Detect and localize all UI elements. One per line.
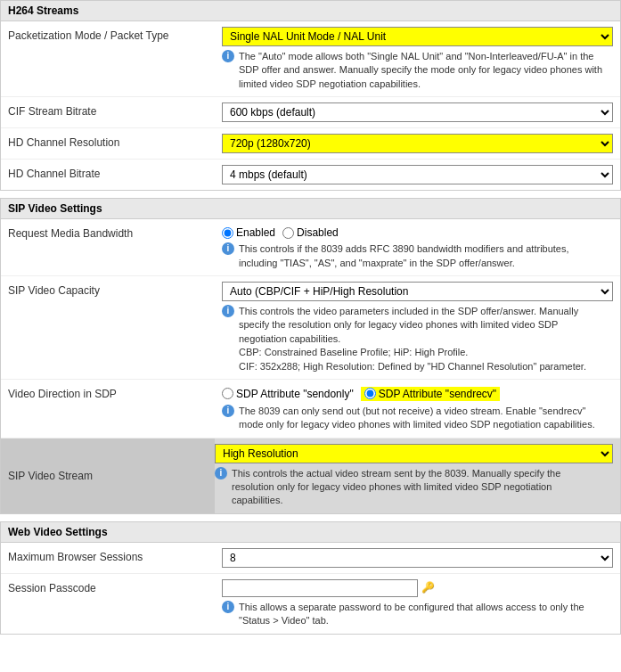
video-direction-info-text: The 8039 can only send out (but not rece… [239,405,604,432]
max-browser-sessions-select[interactable]: 8 4 16 [222,548,613,568]
cif-bitrate-row: CIF Stream Bitrate 600 kbps (default) [1,97,620,128]
hd-resolution-label: HD Channel Resolution [8,134,222,149]
hd-bitrate-select[interactable]: 4 mbps (default) 2 mbps 8 mbps [222,165,613,184]
video-direction-label: Video Direction in SDP [8,385,222,400]
request-media-bw-info-row: i This controls if the 8039 adds RFC 389… [222,242,613,270]
sip-video-capacity-label: SIP Video Capacity [8,282,222,297]
max-browser-sessions-row: Maximum Browser Sessions 8 4 16 [1,543,620,574]
packetization-label: Packetization Mode / Packet Type [8,27,222,42]
sip-video-body: Request Media Bandwidth Enabled Disabled… [1,219,620,513]
packetization-row: Packetization Mode / Packet Type Single … [1,21,620,97]
sendonly-radio-label[interactable]: SDP Attribute "sendonly" [222,388,354,400]
h264-streams-body: Packetization Mode / Packet Type Single … [1,21,620,190]
packetization-control: Single NAL Unit Mode / NAL Unit Auto Non… [222,27,613,91]
sip-video-section: SIP Video Settings Request Media Bandwid… [0,198,621,514]
session-passcode-info-row: i This allows a separate password to be … [222,601,613,628]
enabled-radio-label[interactable]: Enabled [222,226,275,239]
disabled-radio[interactable] [282,227,294,239]
sip-video-capacity-select[interactable]: Auto (CBP/CIF + HiP/High Resolution [222,282,613,301]
sip-video-header: SIP Video Settings [1,199,620,219]
sip-video-stream-info-text: This controls the actual video stream se… [232,467,597,508]
sip-video-capacity-info-row: i This controls the video parameters inc… [222,305,613,373]
cif-bitrate-control: 600 kbps (default) [222,102,613,122]
packetization-info-icon: i [222,50,234,62]
sip-video-capacity-info-icon: i [222,305,234,317]
hd-resolution-row: HD Channel Resolution 720p (1280x720) 10… [1,128,620,160]
disabled-radio-label[interactable]: Disabled [282,226,339,239]
sip-video-capacity-row: SIP Video Capacity Auto (CBP/CIF + HiP/H… [1,276,620,380]
h264-streams-header: H264 Streams [1,1,620,21]
session-passcode-control: 🔑 i This allows a separate password to b… [222,579,613,628]
cif-bitrate-select[interactable]: 600 kbps (default) [222,102,613,122]
request-media-bw-control: Enabled Disabled i This controls if the … [222,225,613,270]
cif-bitrate-label: CIF Stream Bitrate [8,102,222,118]
request-media-bw-info-text: This controls if the 8039 adds RFC 3890 … [239,242,604,270]
request-media-bw-info-icon: i [222,242,234,255]
video-direction-control: SDP Attribute "sendonly" SDP Attribute "… [222,385,613,432]
video-direction-info-icon: i [222,405,234,417]
web-video-body: Maximum Browser Sessions 8 4 16 Session … [1,543,620,634]
packetization-info-text: The "Auto" mode allows both "Single NAL … [239,50,604,91]
enabled-radio[interactable] [222,227,233,239]
sendrecv-radio[interactable] [364,388,376,399]
packetization-select[interactable]: Single NAL Unit Mode / NAL Unit Auto Non… [222,27,613,46]
session-passcode-input-row: 🔑 [222,579,613,597]
session-passcode-input[interactable] [222,579,418,597]
max-browser-sessions-control: 8 4 16 [222,548,613,568]
web-video-section: Web Video Settings Maximum Browser Sessi… [0,521,621,635]
hd-resolution-control: 720p (1280x720) 1080p (1920x1080) 480p (… [222,134,613,153]
request-media-bw-radio-group: Enabled Disabled [222,225,613,239]
request-media-bw-row: Request Media Bandwidth Enabled Disabled… [1,219,620,276]
session-passcode-label: Session Passcode [8,579,222,594]
hd-bitrate-row: HD Channel Bitrate 4 mbps (default) 2 mb… [1,160,620,190]
sip-video-capacity-info-text: This controls the video parameters inclu… [239,305,604,373]
sendrecv-radio-label[interactable]: SDP Attribute "sendrecv" [361,387,500,401]
sip-video-stream-label: SIP Video Stream [1,438,215,513]
sip-video-stream-select[interactable]: High Resolution CIF Auto [215,444,613,463]
hd-resolution-select[interactable]: 720p (1280x720) 1080p (1920x1080) 480p (… [222,134,613,153]
sip-video-stream-control: High Resolution CIF Auto i This controls… [208,444,613,508]
video-direction-row: Video Direction in SDP SDP Attribute "se… [1,380,620,438]
session-passcode-info-icon: i [222,601,234,613]
h264-streams-section: H264 Streams Packetization Mode / Packet… [0,0,621,191]
sip-video-capacity-control: Auto (CBP/CIF + HiP/High Resolution i Th… [222,282,613,373]
key-icon: 🔑 [421,581,436,595]
session-passcode-row: Session Passcode 🔑 i This allows a separ… [1,574,620,634]
max-browser-sessions-label: Maximum Browser Sessions [8,548,222,563]
video-direction-radio-group: SDP Attribute "sendonly" SDP Attribute "… [222,385,613,401]
video-direction-info-row: i The 8039 can only send out (but not re… [222,405,613,432]
hd-bitrate-control: 4 mbps (default) 2 mbps 8 mbps [222,165,613,184]
hd-bitrate-label: HD Channel Bitrate [8,165,222,180]
request-media-bw-label: Request Media Bandwidth [8,225,222,240]
packetization-info-row: i The "Auto" mode allows both "Single NA… [222,50,613,91]
web-video-header: Web Video Settings [1,522,620,543]
sip-video-stream-row: SIP Video Stream High Resolution CIF Aut… [1,438,620,513]
sip-video-stream-info-row: i This controls the actual video stream … [215,467,613,508]
sip-video-stream-info-icon: i [215,467,227,479]
sendonly-radio[interactable] [222,388,233,399]
session-passcode-info-text: This allows a separate password to be co… [239,601,604,628]
